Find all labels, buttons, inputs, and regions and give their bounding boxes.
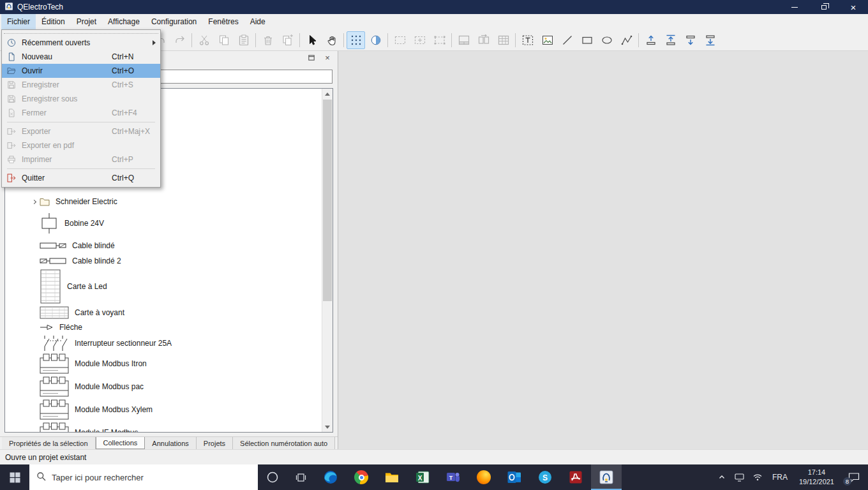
restore-button[interactable]: [809, 0, 839, 14]
start-button[interactable]: [0, 464, 29, 490]
resize-selection-icon[interactable]: [430, 31, 449, 49]
fold-icon[interactable]: [474, 31, 493, 49]
acrobat-icon[interactable]: [560, 464, 591, 490]
scroll-up-button[interactable]: [322, 89, 333, 99]
minimize-button[interactable]: [780, 0, 809, 14]
tree-item-module-modbus-itron[interactable]: Module Modbus Itron: [5, 352, 322, 375]
tree-item-module-modbus-xylem[interactable]: Module Modbus Xylem: [5, 398, 322, 421]
excel-icon[interactable]: X: [407, 464, 438, 490]
tray-network-icon[interactable]: [749, 464, 767, 490]
menu-item-exporter[interactable]: ExporterCtrl+Maj+X: [2, 124, 160, 138]
taskbar-search-input[interactable]: [52, 473, 251, 482]
taskbar-search[interactable]: [29, 464, 258, 490]
paste-icon[interactable]: [234, 31, 253, 49]
menu-item-imprimer[interactable]: ImprimerCtrl+P: [2, 152, 160, 167]
menubar-item-configuration[interactable]: Configuration: [146, 14, 202, 29]
add-rectangle-icon[interactable]: [578, 31, 596, 49]
tree-item-bobine-24v[interactable]: Bobine 24V: [5, 209, 322, 238]
cut-icon[interactable]: [195, 31, 213, 49]
minimize-icon: [791, 7, 798, 8]
display-mask-icon[interactable]: [366, 31, 385, 49]
tree-item-label: Carte à voyant: [75, 308, 124, 317]
menubar-item-fenetres[interactable]: Fenêtres: [202, 14, 244, 29]
add-line-icon[interactable]: [558, 31, 576, 49]
grid-toggle-icon[interactable]: [347, 31, 365, 49]
menubar-item-edition[interactable]: Édition: [36, 14, 71, 29]
conductor-table-icon[interactable]: [494, 31, 513, 49]
tree-item-cable-blinde-2[interactable]: Cable blindé 2: [5, 253, 322, 268]
menu-item-exporter-en-pdf[interactable]: Exporter en pdf: [2, 138, 160, 152]
delete-icon[interactable]: [258, 31, 277, 49]
menu-item-quitter[interactable]: QuitterCtrl+Q: [2, 171, 160, 185]
add-ellipse-icon[interactable]: [597, 31, 616, 49]
clock[interactable]: 17:14 19/12/2021: [793, 464, 840, 490]
tree-scrollbar[interactable]: [322, 89, 333, 432]
menu-item-enregistrer[interactable]: EnregistrerCtrl+S: [2, 78, 160, 92]
copy-icon[interactable]: [214, 31, 233, 49]
add-polyline-icon[interactable]: [617, 31, 636, 49]
card-led-preview-icon: [40, 269, 61, 304]
menubar-item-fichier[interactable]: Fichier: [1, 14, 36, 29]
edge-icon[interactable]: [315, 464, 346, 490]
menu-item-ouvrir[interactable]: OuvrirCtrl+O: [2, 64, 160, 78]
scroll-down-button[interactable]: [322, 422, 333, 432]
scrollbar-thumb[interactable]: [323, 100, 332, 301]
tray-display-icon[interactable]: [730, 464, 749, 490]
tab-annulations[interactable]: Annulations: [145, 437, 197, 449]
language-indicator[interactable]: FRA: [767, 464, 793, 490]
menu-item-recemment-ouverts[interactable]: Récemment ouverts: [2, 36, 160, 50]
outlook-icon[interactable]: [499, 464, 530, 490]
open-icon: [4, 66, 19, 76]
menubar-item-affichage[interactable]: Affichage: [102, 14, 146, 29]
dock-close-button[interactable]: ×: [322, 53, 333, 62]
selection-rect-icon[interactable]: [391, 31, 409, 49]
tree-item-fleche[interactable]: Fléche: [5, 320, 322, 334]
scrollbar-track[interactable]: [322, 99, 333, 422]
dock-float-button[interactable]: [306, 53, 317, 62]
depth-raise-icon[interactable]: [641, 31, 660, 49]
menu-item-shortcut: Ctrl+N: [112, 52, 156, 61]
tree-item-schneider-electric[interactable]: Schneider Electric: [5, 195, 322, 209]
duplicate-icon[interactable]: [278, 31, 297, 49]
tree-item-interrupteur-sectionneur-25a[interactable]: Interrupteur sectionneur 25A: [5, 334, 322, 352]
redo-icon[interactable]: [170, 31, 189, 49]
chrome-icon[interactable]: [346, 464, 377, 490]
add-text-icon[interactable]: [518, 31, 537, 49]
pan-hand-icon[interactable]: [322, 31, 341, 49]
menu-item-nouveau[interactable]: NouveauCtrl+N: [2, 50, 160, 64]
move-selection-icon[interactable]: [410, 31, 429, 49]
tab-projets[interactable]: Projets: [197, 437, 233, 449]
cortana-button[interactable]: [258, 464, 287, 490]
tree-item-carte-a-voyant[interactable]: Carte à voyant: [5, 305, 322, 320]
tree-item-cable-blinde[interactable]: Cable blindé: [5, 238, 322, 253]
menu-item-fermer[interactable]: FermerCtrl+F4: [2, 106, 160, 120]
menu-item-shortcut: Ctrl+O: [112, 66, 156, 75]
task-view-button[interactable]: [287, 464, 315, 490]
toolbar-separator: [299, 33, 300, 47]
tray-chevron-button[interactable]: [714, 464, 730, 490]
close-button[interactable]: ×: [839, 0, 868, 14]
tab-proprietes-de-la-selection[interactable]: Propriétés de la sélection: [2, 437, 96, 449]
pointer-icon[interactable]: [303, 31, 321, 49]
depth-top-icon[interactable]: [661, 31, 680, 49]
expander-icon[interactable]: [28, 200, 40, 204]
firefox-icon[interactable]: [468, 464, 499, 490]
menubar-item-aide[interactable]: Aide: [244, 14, 271, 29]
menu-item-enregistrer-sous[interactable]: Enregistrer sous: [2, 92, 160, 106]
tree-item-carte-a-led[interactable]: Carte à Led: [5, 268, 322, 305]
notification-center-button[interactable]: 8: [840, 464, 868, 490]
add-image-icon[interactable]: [538, 31, 557, 49]
tab-collections[interactable]: Collections: [96, 437, 146, 449]
skype-icon[interactable]: S: [530, 464, 560, 490]
explorer-icon[interactable]: [377, 464, 407, 490]
tree-item-module-modbus-pac[interactable]: Module Modbus pac: [5, 375, 322, 398]
depth-bottom-icon[interactable]: [701, 31, 719, 49]
titleblock-icon[interactable]: [454, 31, 473, 49]
tab-selection-numerotation-auto[interactable]: Sélection numérotation auto: [233, 437, 335, 449]
tree-item-module-if-modbus[interactable]: Module IF Modbus: [5, 421, 322, 433]
teams-icon[interactable]: T: [438, 464, 468, 490]
menubar-item-projet[interactable]: Projet: [71, 14, 102, 29]
float-icon: [308, 55, 315, 61]
qelectrotech-icon[interactable]: [591, 464, 622, 490]
depth-lower-icon[interactable]: [681, 31, 700, 49]
